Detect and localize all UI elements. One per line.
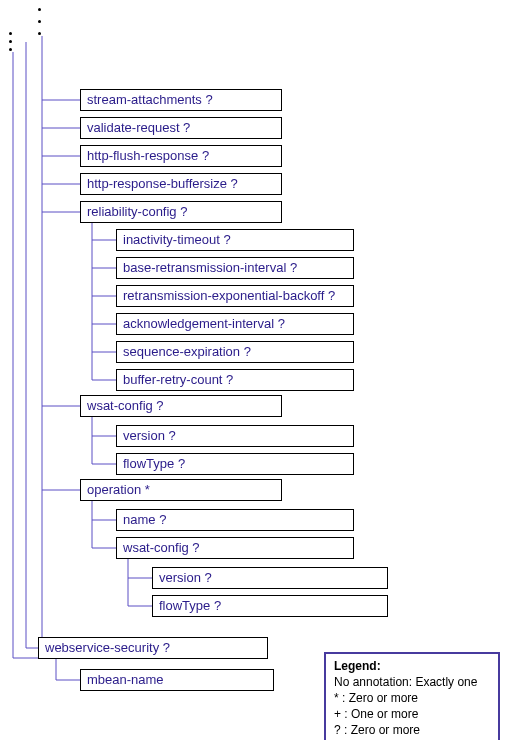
label: acknowledgement-interval ? <box>123 316 285 331</box>
node-validate-request: validate-request ? <box>80 117 282 139</box>
ellipsis-dot <box>9 32 12 35</box>
node-wsat-config-2: wsat-config ? <box>116 537 354 559</box>
label: inactivity-timeout ? <box>123 232 231 247</box>
ellipsis-dot <box>9 40 12 43</box>
label: reliability-config ? <box>87 204 187 219</box>
label: http-flush-response ? <box>87 148 209 163</box>
node-flowtype-2: flowType ? <box>152 595 388 617</box>
legend-line: No annotation: Exactly one <box>334 675 477 689</box>
ellipsis-dot <box>9 48 12 51</box>
node-inactivity-timeout: inactivity-timeout ? <box>116 229 354 251</box>
node-mbean-name: mbean-name <box>80 669 274 691</box>
label: base-retransmission-interval ? <box>123 260 297 275</box>
node-buffer-retry-count: buffer-retry-count ? <box>116 369 354 391</box>
node-version: version ? <box>116 425 354 447</box>
label: mbean-name <box>87 672 164 687</box>
node-acknowledgement-interval: acknowledgement-interval ? <box>116 313 354 335</box>
node-webservice-security: webservice-security ? <box>38 637 268 659</box>
ellipsis-dot <box>38 32 41 35</box>
label: flowType ? <box>159 598 221 613</box>
node-base-retransmission-interval: base-retransmission-interval ? <box>116 257 354 279</box>
label: validate-request ? <box>87 120 190 135</box>
label: wsat-config ? <box>123 540 200 555</box>
ellipsis-dot <box>38 8 41 11</box>
node-version-2: version ? <box>152 567 388 589</box>
label: wsat-config ? <box>87 398 164 413</box>
label: name ? <box>123 512 166 527</box>
node-wsat-config: wsat-config ? <box>80 395 282 417</box>
legend-box: Legend: No annotation: Exactly one * : Z… <box>324 652 500 740</box>
label: buffer-retry-count ? <box>123 372 233 387</box>
ellipsis-dot <box>38 20 41 23</box>
node-flowtype: flowType ? <box>116 453 354 475</box>
legend-line: ? : Zero or more <box>334 723 420 737</box>
label: version ? <box>123 428 176 443</box>
label: stream-attachments ? <box>87 92 213 107</box>
node-operation: operation * <box>80 479 282 501</box>
legend-line: + : One or more <box>334 707 418 721</box>
node-name: name ? <box>116 509 354 531</box>
legend-line: * : Zero or more <box>334 691 418 705</box>
node-http-response-buffersize: http-response-buffersize ? <box>80 173 282 195</box>
label: operation * <box>87 482 150 497</box>
node-http-flush-response: http-flush-response ? <box>80 145 282 167</box>
label: sequence-expiration ? <box>123 344 251 359</box>
node-retransmission-exponential-backoff: retransmission-exponential-backoff ? <box>116 285 354 307</box>
label: http-response-buffersize ? <box>87 176 238 191</box>
node-stream-attachments: stream-attachments ? <box>80 89 282 111</box>
node-sequence-expiration: sequence-expiration ? <box>116 341 354 363</box>
label: webservice-security ? <box>45 640 170 655</box>
label: version ? <box>159 570 212 585</box>
label: retransmission-exponential-backoff ? <box>123 288 335 303</box>
node-reliability-config: reliability-config ? <box>80 201 282 223</box>
legend-title: Legend: <box>334 659 381 673</box>
label: flowType ? <box>123 456 185 471</box>
